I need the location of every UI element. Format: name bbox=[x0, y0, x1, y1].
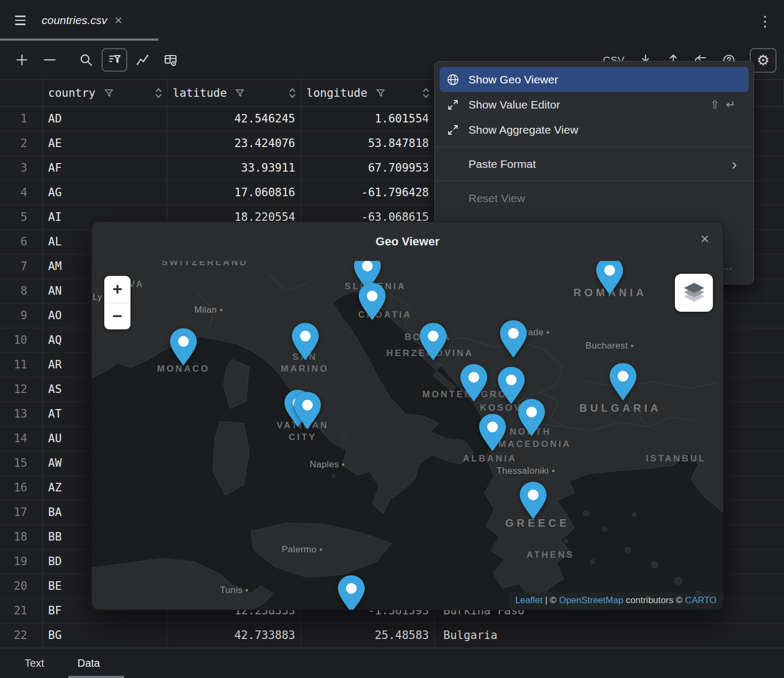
cell-latitude[interactable]: 42.546245 bbox=[167, 107, 301, 131]
map-label: ALBANIA bbox=[463, 453, 517, 464]
chart-view-button[interactable] bbox=[136, 53, 150, 67]
dialog-title-bar[interactable]: Geo Viewer × bbox=[92, 222, 723, 261]
sort-icon[interactable] bbox=[422, 87, 430, 99]
map-pin[interactable] bbox=[499, 319, 528, 359]
editor-tab-bar: countries.csv × ⋮ bbox=[0, 0, 784, 41]
map-label: Tunis bbox=[220, 585, 249, 596]
map-label: BULGARIA bbox=[579, 402, 662, 414]
map-label: Naples bbox=[310, 459, 345, 470]
cell-latitude[interactable]: 17.060816 bbox=[167, 181, 301, 205]
column-header-country[interactable]: country bbox=[43, 80, 167, 106]
attribution-text: contributors © bbox=[624, 595, 686, 605]
row-number: 1 bbox=[0, 107, 43, 131]
row-number: 15 bbox=[0, 451, 43, 475]
filter-rows-toggle[interactable] bbox=[102, 48, 127, 72]
cell-longitude[interactable]: -61.796428 bbox=[301, 181, 435, 205]
map-pin[interactable] bbox=[337, 574, 366, 610]
cell-country[interactable]: AE bbox=[43, 132, 167, 156]
expand-icon bbox=[446, 123, 460, 137]
leaflet-link[interactable]: Leaflet bbox=[515, 595, 542, 605]
map-pin[interactable] bbox=[595, 261, 624, 296]
map-pin[interactable] bbox=[291, 322, 320, 361]
tab-data[interactable]: Data bbox=[78, 657, 100, 669]
delete-row-button[interactable] bbox=[43, 53, 57, 67]
map-label: MARINO bbox=[281, 364, 329, 374]
row-number: 17 bbox=[0, 500, 43, 525]
cell-country[interactable]: AG bbox=[43, 181, 167, 205]
column-header-latitude[interactable]: latitude bbox=[167, 80, 301, 106]
zoom-in-button[interactable]: + bbox=[104, 276, 130, 303]
search-button[interactable] bbox=[79, 53, 93, 67]
row-number: 2 bbox=[0, 132, 43, 156]
cell-latitude[interactable]: 23.424076 bbox=[167, 132, 301, 156]
menu-item-show-aggregate-view[interactable]: Show Aggregate View bbox=[440, 117, 749, 142]
map-label: ISTANBUL bbox=[646, 453, 706, 464]
close-icon[interactable]: × bbox=[115, 14, 122, 27]
cell-country[interactable]: AF bbox=[43, 156, 167, 180]
map-pin[interactable] bbox=[169, 327, 198, 367]
cell-name[interactable]: Bulgaria bbox=[435, 623, 784, 648]
sort-icon[interactable] bbox=[288, 87, 296, 99]
menu-item-paste-format[interactable]: Paste Format › bbox=[440, 151, 749, 176]
cell-country[interactable]: AD bbox=[43, 107, 167, 131]
map-layers-button[interactable] bbox=[675, 274, 713, 312]
filter-icon[interactable] bbox=[104, 89, 113, 97]
row-number: 8 bbox=[0, 279, 43, 303]
cell-longitude[interactable]: 67.709953 bbox=[301, 156, 435, 180]
dialog-close-icon[interactable]: × bbox=[701, 232, 709, 246]
row-number: 13 bbox=[0, 402, 43, 426]
cell-country[interactable]: BG bbox=[43, 623, 167, 648]
map-pin[interactable] bbox=[478, 413, 507, 452]
row-number: 3 bbox=[0, 156, 43, 180]
add-row-button[interactable] bbox=[15, 53, 29, 67]
cell-longitude[interactable]: 25.48583 bbox=[301, 623, 435, 648]
sort-icon[interactable] bbox=[155, 87, 163, 99]
map-label: ATHENS bbox=[526, 550, 574, 560]
filter-icon[interactable] bbox=[376, 89, 385, 97]
map-canvas[interactable]: SWITZERLAND OVA Ly SLOVENIA Milan CROATI… bbox=[92, 261, 723, 610]
row-number: 9 bbox=[0, 304, 43, 328]
column-header-longitude[interactable]: longitude bbox=[301, 80, 435, 106]
menu-item-label: Show Value Editor bbox=[468, 98, 560, 111]
filter-icon[interactable] bbox=[235, 89, 244, 97]
osm-link[interactable]: OpenStreetMap bbox=[559, 595, 624, 605]
column-header-gutter bbox=[0, 80, 43, 106]
menu-item-show-geo-viewer[interactable]: Show Geo Viewer bbox=[440, 67, 749, 92]
filter-icon bbox=[107, 53, 121, 66]
row-number: 20 bbox=[0, 574, 43, 598]
map-pin[interactable] bbox=[459, 363, 488, 403]
search-icon bbox=[79, 53, 93, 67]
tab-text[interactable]: Text bbox=[25, 657, 44, 669]
main-menu-icon[interactable] bbox=[15, 16, 26, 25]
row-number: 22 bbox=[0, 623, 43, 648]
cell-latitude[interactable]: 33.93911 bbox=[167, 156, 301, 180]
empty-icon-slot bbox=[446, 191, 460, 205]
cell-longitude[interactable]: 53.847818 bbox=[301, 132, 435, 156]
row-number: 10 bbox=[0, 328, 43, 352]
map-pin[interactable] bbox=[358, 282, 387, 321]
line-chart-icon bbox=[136, 53, 150, 67]
row-number: 18 bbox=[0, 525, 43, 549]
map-pin[interactable] bbox=[517, 398, 546, 437]
table-preview-button[interactable] bbox=[164, 53, 178, 67]
menu-item-show-value-editor[interactable]: Show Value Editor ⇧ ↵ bbox=[440, 92, 749, 117]
geo-viewer-dialog: Geo Viewer × bbox=[92, 222, 723, 610]
carto-link[interactable]: CARTO bbox=[685, 595, 717, 605]
map-label: MACEDONIA bbox=[498, 439, 571, 450]
active-bottom-tab-indicator bbox=[68, 676, 124, 678]
row-number: 11 bbox=[0, 353, 43, 377]
map-pin[interactable] bbox=[519, 481, 548, 520]
more-options-icon[interactable]: ⋮ bbox=[758, 13, 772, 30]
tab-countries-csv[interactable]: countries.csv × bbox=[37, 0, 127, 41]
cell-longitude[interactable]: 1.601554 bbox=[301, 107, 435, 131]
map-pin[interactable] bbox=[419, 322, 448, 361]
cell-latitude[interactable]: 42.733883 bbox=[167, 623, 301, 648]
tab-title: countries.csv bbox=[42, 14, 107, 27]
map-label: CITY bbox=[289, 432, 317, 443]
zoom-out-button[interactable]: − bbox=[104, 303, 130, 329]
menu-item-reset-view[interactable]: Reset View bbox=[440, 186, 749, 211]
map-pin[interactable] bbox=[609, 362, 637, 402]
editor-mode-bar: Text Data bbox=[0, 648, 784, 678]
table-row[interactable]: 22 BG 42.733883 25.48583 Bulgaria bbox=[0, 623, 784, 648]
map-pin[interactable] bbox=[293, 391, 322, 430]
